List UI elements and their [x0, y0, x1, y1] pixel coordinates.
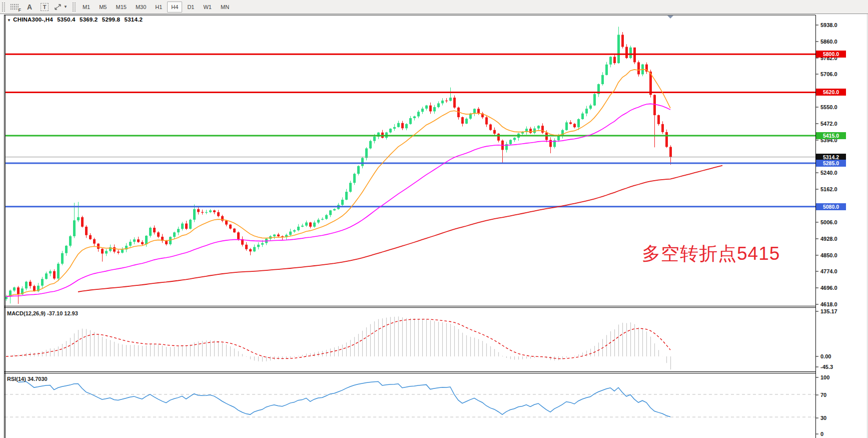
macd-tick-135.17: 135.17 [820, 308, 855, 315]
price-badge-5080.0: 5080.0 [816, 203, 846, 210]
price-tick-4696: 4696.0 [820, 284, 855, 291]
rsi-tick-70: 70 [820, 391, 855, 398]
trading-terminal-window: F A T ▼ M1M5M15M30H1H4D1W1MN ▼CHINA300-,… [0, 0, 868, 438]
macd-indicator-label: MACD(12,26,9) -37.10 12.93 [7, 310, 78, 316]
price-tick-5240: 5240.0 [820, 169, 855, 176]
price-tick-4774: 4774.0 [820, 268, 855, 275]
macd-histogram [7, 316, 671, 369]
price-badge-5415.0: 5415.0 [816, 132, 846, 139]
price-tick-4928: 4928.0 [820, 235, 855, 242]
rsi-line [18, 381, 670, 417]
open-value: 5350.4 [57, 17, 75, 23]
rsi-tick-0: 0 [820, 430, 855, 437]
price-badge-5285.0: 5285.0 [816, 160, 846, 167]
scroll-marker-icon[interactable] [667, 16, 673, 19]
price-tick-5162: 5162.0 [820, 186, 855, 193]
price-tick-5550: 5550.0 [820, 104, 855, 111]
rsi-indicator-label: RSI(14) 34.7030 [7, 376, 48, 382]
collapse-caret-icon[interactable]: ▼ [7, 18, 11, 23]
price-badge-5620.0: 5620.0 [816, 89, 846, 96]
price-tick-4850: 4850.0 [820, 252, 855, 259]
macd-tick--45.3: -45.3 [820, 363, 855, 370]
rsi-tick-30: 30 [820, 414, 855, 421]
low-value: 5299.8 [102, 17, 120, 23]
chart-text-annotation[interactable]: 多空转折点5415 [642, 241, 780, 266]
price-tick-5706: 5706.0 [820, 71, 855, 78]
price-tick-5472: 5472.0 [820, 120, 855, 127]
symbol-period-label: CHINA300-,H4 [13, 17, 53, 23]
price-tick-5860: 5860.0 [820, 38, 855, 45]
ma-mid-line [6, 104, 670, 296]
price-tick-5938: 5938.0 [820, 22, 855, 29]
close-value: 5314.2 [125, 17, 143, 23]
rsi-tick-100: 100 [820, 374, 855, 381]
price-tick-5006: 5006.0 [820, 219, 855, 226]
chart-header: ▼CHINA300-,H4 5350.4 5369.2 5299.8 5314.… [7, 17, 145, 23]
chart-canvas[interactable] [0, 0, 868, 438]
ma-slow-line [78, 166, 722, 292]
high-value: 5369.2 [80, 17, 98, 23]
macd-tick-0.00: 0.00 [820, 353, 855, 360]
price-tick-4618: 4618.0 [820, 301, 855, 308]
price-badge-5800.0: 5800.0 [816, 51, 846, 58]
